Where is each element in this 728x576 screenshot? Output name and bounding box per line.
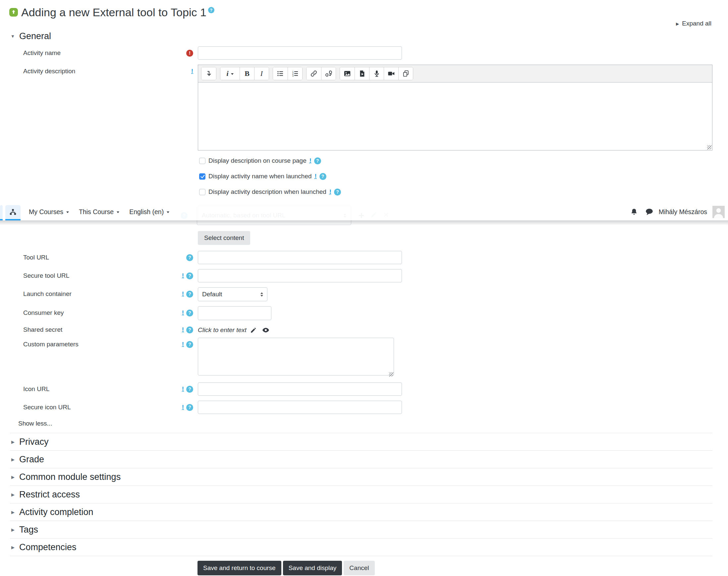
avatar[interactable] (712, 206, 725, 218)
display-activity-name-checkbox-row[interactable]: Display activity name when launched ! ? (199, 172, 728, 181)
custom-parameters-label: Custom parameters (23, 341, 179, 348)
help-icon[interactable]: ? (186, 272, 193, 279)
insert-media-icon[interactable] (354, 67, 369, 80)
notifications-bell-icon[interactable] (630, 208, 638, 216)
section-common-module-settings[interactable]: ▶ Common module settings (10, 468, 712, 486)
resize-grip-icon[interactable] (707, 145, 711, 149)
section-triangle-icon: ▶ (11, 439, 14, 444)
my-courses-menu[interactable]: My Courses (24, 203, 74, 221)
checkbox-icon[interactable] (199, 158, 205, 164)
help-icon[interactable]: ? (186, 341, 193, 348)
section-competencies[interactable]: ▶ Competencies (10, 539, 712, 556)
save-and-display-button[interactable]: Save and display (283, 561, 342, 575)
page-header: Adding a new External tool to Topic 1 ? (9, 5, 728, 19)
tool-url-row: Tool URL ? (0, 251, 728, 264)
section-label: Common module settings (19, 472, 121, 482)
show-less-link[interactable]: Show less... (18, 420, 52, 433)
display-activity-description-checkbox-row[interactable]: Display activity description when launch… (199, 188, 728, 196)
section-label: Tags (19, 525, 38, 535)
bold-icon[interactable]: B (239, 67, 254, 80)
section-label: Privacy (19, 437, 49, 447)
messages-icon[interactable] (645, 208, 653, 216)
shared-secret-placeholder[interactable]: Click to enter text (198, 326, 246, 334)
section-restrict-access[interactable]: ▶ Restrict access (10, 486, 712, 503)
chevron-down-icon (117, 211, 119, 214)
help-icon[interactable]: ? (186, 326, 193, 334)
checkbox-icon[interactable] (199, 189, 205, 195)
insert-image-icon[interactable] (340, 67, 354, 80)
section-activity-completion[interactable]: ▶ Activity completion (10, 503, 712, 521)
checkbox-icon[interactable] (199, 173, 205, 180)
cancel-button[interactable]: Cancel (344, 561, 374, 575)
unlink-icon[interactable] (321, 67, 336, 80)
expand-all-link[interactable]: Expand all (682, 20, 711, 27)
secure-icon-url-label: Secure icon URL (23, 404, 179, 411)
manage-files-icon[interactable] (398, 67, 413, 80)
activity-description-row: Activity description ! i B I (0, 65, 728, 150)
help-icon[interactable]: ? (319, 173, 326, 180)
user-name[interactable]: Mihály Mészáros (659, 208, 707, 216)
sitemap-icon (9, 208, 17, 216)
ordered-list-icon[interactable]: 123 (288, 67, 302, 80)
secure-tool-url-row: Secure tool URL ! ? (0, 269, 728, 282)
secure-tool-url-input[interactable] (198, 269, 402, 282)
record-audio-icon[interactable] (369, 67, 384, 80)
checkbox-label: Display activity name when launched (208, 173, 312, 180)
chevron-down-icon (66, 211, 69, 214)
custom-parameters-textarea[interactable] (198, 338, 394, 375)
section-grade[interactable]: ▶ Grade (10, 451, 712, 468)
consumer-key-input[interactable] (198, 306, 271, 320)
select-arrows-icon (260, 291, 263, 298)
launch-container-row: Launch container ! ? Default (0, 287, 728, 301)
section-label: Restrict access (19, 490, 80, 500)
advanced-mark: ! (310, 157, 312, 164)
section-triangle-icon: ▶ (11, 545, 14, 550)
record-video-icon[interactable] (384, 67, 398, 80)
help-icon[interactable]: ? (186, 254, 193, 261)
help-icon[interactable]: ? (186, 386, 193, 393)
section-label: Grade (19, 454, 44, 465)
description-text-area[interactable] (198, 83, 712, 150)
general-section-header[interactable]: ▼ General (10, 30, 728, 42)
top-navbar: My Courses This Course English (en) Mihá… (0, 203, 728, 221)
help-icon[interactable]: ? (186, 310, 193, 317)
collapse-toolbar-icon[interactable] (201, 67, 216, 80)
select-content-button[interactable]: Select content (198, 231, 250, 245)
save-and-return-button[interactable]: Save and return to course (198, 561, 281, 575)
advanced-mark: ! (182, 386, 184, 393)
unordered-list-icon[interactable] (273, 67, 288, 80)
activity-name-input[interactable] (198, 47, 402, 60)
display-description-checkbox-row[interactable]: Display description on course page ! ? (199, 156, 728, 165)
tool-url-input[interactable] (198, 251, 402, 264)
link-icon[interactable] (307, 67, 321, 80)
description-editor[interactable]: i B I 123 (198, 65, 712, 150)
tool-url-label: Tool URL (23, 254, 183, 261)
activity-name-label: Activity name (23, 49, 183, 57)
this-course-menu[interactable]: This Course (74, 203, 124, 221)
help-icon[interactable]: ? (186, 291, 193, 297)
help-icon[interactable]: ? (314, 157, 321, 164)
title-help-icon[interactable]: ? (208, 7, 214, 13)
sitemap-tab[interactable] (5, 205, 21, 221)
language-menu[interactable]: English (en) (124, 203, 174, 221)
reveal-eye-icon[interactable] (262, 326, 269, 334)
checkbox-label: Display activity description when launch… (208, 188, 326, 196)
secure-icon-url-input[interactable] (198, 401, 402, 414)
help-icon[interactable]: ? (334, 189, 341, 196)
launch-container-select[interactable]: Default (198, 287, 267, 301)
icon-url-input[interactable] (198, 382, 402, 396)
paragraph-style-menu-icon[interactable]: i (220, 67, 239, 80)
advanced-mark: ! (182, 404, 184, 411)
launch-container-label: Launch container (23, 290, 179, 297)
section-privacy[interactable]: ▶ Privacy (10, 433, 712, 451)
advanced-mark: ! (191, 68, 193, 75)
nav-tab-partial[interactable] (0, 205, 3, 221)
advanced-mark: ! (182, 310, 184, 317)
italic-icon[interactable]: I (254, 67, 269, 80)
section-triangle-icon: ▶ (11, 457, 14, 462)
section-triangle-icon: ▶ (11, 492, 14, 497)
section-tags[interactable]: ▶ Tags (10, 521, 712, 539)
language-label: English (en) (129, 208, 164, 216)
edit-pencil-icon[interactable] (250, 327, 257, 334)
help-icon[interactable]: ? (186, 404, 193, 411)
